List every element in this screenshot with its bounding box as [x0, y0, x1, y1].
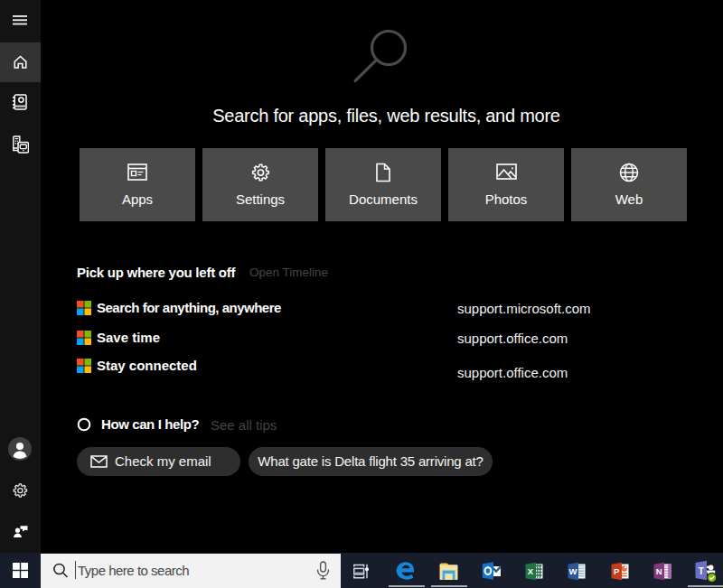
svg-text:T: T	[699, 566, 704, 576]
svg-text:N: N	[656, 566, 662, 576]
svg-text:X: X	[528, 566, 534, 576]
svg-text:P: P	[614, 566, 620, 576]
svg-text:W: W	[569, 566, 577, 576]
